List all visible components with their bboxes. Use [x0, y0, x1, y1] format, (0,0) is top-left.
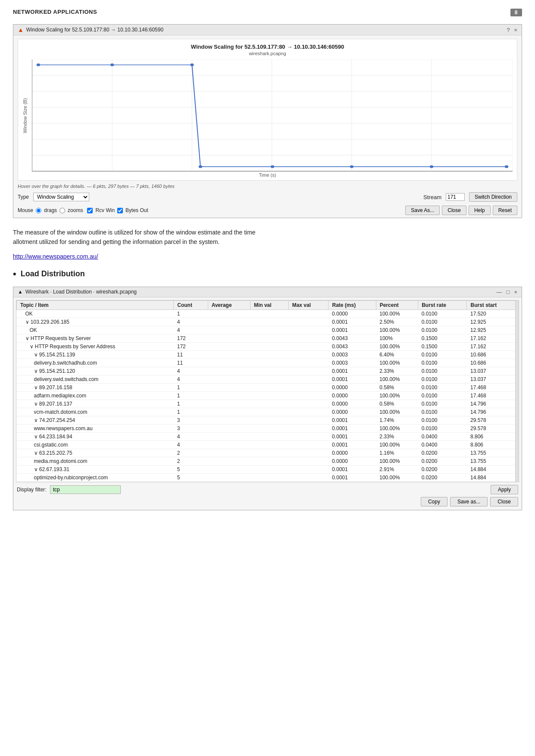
cell-burststart: 10.686 [467, 359, 519, 367]
cell-burststart: 14.884 [467, 465, 519, 473]
ld-btn-row-1: Apply [491, 485, 518, 494]
chart-info-bar: Hover over the graph for details. — 6 pk… [13, 182, 522, 190]
cell-count: 172 [174, 342, 208, 350]
cell-count: 2 [174, 449, 208, 457]
scrollbar[interactable] [515, 300, 519, 482]
cell-burstrate: 0.0100 [418, 326, 467, 334]
save-as-button[interactable]: Save As... [405, 206, 440, 215]
cell-burststart: 13.037 [467, 375, 519, 383]
cell-minval [250, 424, 288, 432]
minimize-icon[interactable]: — [497, 289, 502, 295]
prose-link[interactable]: http://www.newspapers.com.au/ [13, 253, 522, 260]
cell-topic: vcm-match.dotomi.com [17, 408, 174, 416]
close-button-ld[interactable]: Close [490, 497, 518, 506]
table-body: OK 1 0.0000 100.00% 0.0100 17.520 ∨ 103.… [17, 309, 519, 481]
display-filter-input[interactable] [50, 485, 121, 494]
cell-maxval [288, 465, 329, 473]
cell-count: 1 [174, 400, 208, 408]
col-count: Count [174, 300, 208, 309]
cell-average [208, 400, 250, 408]
table-row: optimized-by.rubiconproject.com 5 0.0001… [17, 473, 519, 481]
ld-titlebar-left: ▲ Wireshark · Load Distribution · wiresh… [18, 289, 137, 295]
cell-minval [250, 473, 288, 481]
type-label: Type [18, 194, 29, 200]
col-rate: Rate (ms) [329, 300, 376, 309]
cell-burstrate: 0.0200 [418, 473, 467, 481]
load-distribution-table: Topic / Item Count Average Min val Max v… [16, 300, 519, 482]
cell-maxval [288, 334, 329, 342]
cell-maxval [288, 375, 329, 383]
cell-count: 4 [174, 367, 208, 375]
cell-maxval [288, 424, 329, 432]
cell-maxval [288, 350, 329, 359]
cell-burststart: 12.925 [467, 318, 519, 326]
ld-wireshark-icon: ▲ [18, 289, 23, 295]
cell-rate: 0.0001 [329, 375, 376, 383]
cell-percent: 100.00% [376, 309, 418, 318]
cell-minval [250, 367, 288, 375]
cell-average [208, 326, 250, 334]
cell-burststart: 13.037 [467, 367, 519, 375]
table-row: ∨ 95.154.251.139 11 0.0003 6.40% 0.0100 … [17, 350, 519, 359]
ld-titlebar: ▲ Wireshark · Load Distribution · wiresh… [13, 287, 522, 297]
cell-burstrate: 0.0200 [418, 449, 467, 457]
cell-burstrate: 0.0100 [418, 309, 467, 318]
prose-text-1: The measure of the window outline is uti… [13, 229, 256, 236]
cell-count: 5 [174, 473, 208, 481]
mouse-radio-group: Mouse drags zooms [18, 207, 83, 213]
cell-percent: 100.00% [376, 440, 418, 449]
cell-percent: 2.50% [376, 318, 418, 326]
drags-radio[interactable] [36, 208, 41, 213]
chart-body: 70000 60000 50000 40000 30000 20000 1000… [32, 59, 513, 172]
cell-count: 3 [174, 424, 208, 432]
zooms-radio[interactable] [59, 208, 65, 213]
cell-burststart: 13.755 [467, 449, 519, 457]
copy-button[interactable]: Copy [421, 497, 447, 506]
rcvwin-label: Rcv Win [95, 207, 115, 213]
cell-topic: OK [17, 326, 174, 334]
help-button[interactable]: Help [469, 206, 491, 215]
cell-percent: 100.00% [376, 326, 418, 334]
controls-row-2-left: Mouse drags zooms Rcv Win Bytes Out [18, 207, 148, 213]
cell-topic: www.newspapers.com.au [17, 424, 174, 432]
svg-point-34 [350, 166, 354, 168]
col-average: Average [208, 300, 250, 309]
close-icon[interactable]: × [514, 27, 517, 33]
drags-label: drags [44, 207, 57, 213]
table-row: ∨ 63.215.202.75 2 0.0000 1.16% 0.0200 13… [17, 449, 519, 457]
bytesout-checkbox[interactable] [117, 208, 123, 213]
cell-topic: ∨ 103.229.206.185 [17, 318, 174, 326]
cell-minval [250, 359, 288, 367]
cell-percent: 1.16% [376, 449, 418, 457]
cell-rate: 0.0000 [329, 383, 376, 391]
cell-burstrate: 0.0100 [418, 318, 467, 326]
apply-button[interactable]: Apply [491, 485, 518, 494]
cell-minval [250, 350, 288, 359]
ld-close-icon[interactable]: × [514, 289, 517, 295]
cell-count: 3 [174, 416, 208, 424]
cell-average [208, 350, 250, 359]
cell-maxval [288, 449, 329, 457]
cell-count: 4 [174, 375, 208, 383]
col-maxval: Max val [288, 300, 329, 309]
close-button[interactable]: Close [442, 206, 466, 215]
cell-topic: OK [17, 309, 174, 318]
stream-input[interactable] [446, 193, 465, 201]
cell-percent: 100.00% [376, 473, 418, 481]
maximize-icon[interactable]: □ [507, 289, 510, 295]
cell-minval [250, 326, 288, 334]
cell-topic: media.msg.dotomi.com [17, 457, 174, 465]
type-select[interactable]: Window Scaling [33, 193, 89, 201]
col-percent: Percent [376, 300, 418, 309]
table-row: ∨ 89.207.16.158 1 0.0000 0.58% 0.0100 17… [17, 383, 519, 391]
help-icon[interactable]: ? [507, 27, 510, 33]
rcvwin-checkbox[interactable] [87, 208, 93, 213]
switch-direction-button[interactable]: Switch Direction [469, 192, 517, 202]
table-row: ∨ 95.154.251.120 4 0.0001 2.33% 0.0100 1… [17, 367, 519, 375]
reset-button[interactable]: Reset [493, 206, 517, 215]
cell-topic: optimized-by.rubiconproject.com [17, 473, 174, 481]
titlebar-controls: ? × [507, 27, 517, 33]
cell-percent: 100.00% [376, 424, 418, 432]
save-as-button-ld[interactable]: Save as... [450, 497, 488, 506]
col-topic: Topic / Item [17, 300, 174, 309]
